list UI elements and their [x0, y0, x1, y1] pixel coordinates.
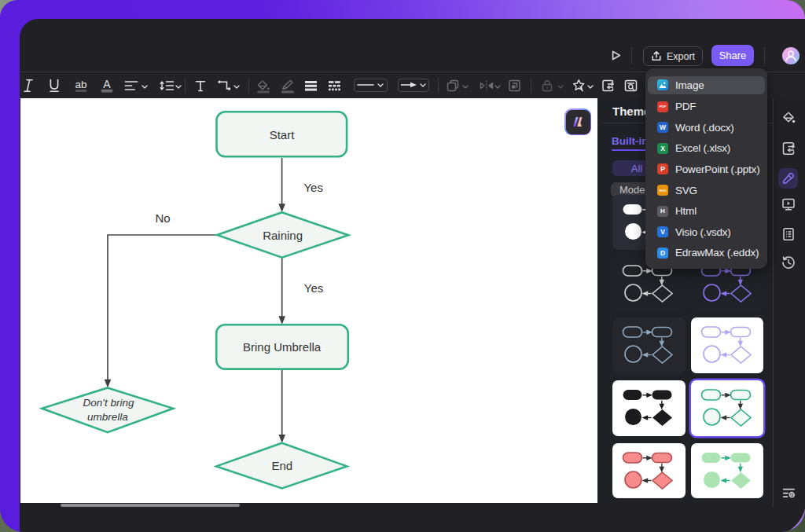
- svg-text:Bring Umbrella: Bring Umbrella: [243, 340, 322, 354]
- svg-text:Start: Start: [270, 128, 296, 141]
- svg-text:Raining: Raining: [263, 229, 303, 242]
- svg-text:ab: ab: [75, 79, 86, 90]
- svg-text:Yes: Yes: [304, 281, 323, 295]
- svg-text:Don't bring: Don't bring: [83, 397, 134, 409]
- svg-text:No: No: [155, 211, 170, 225]
- svg-text:umbrella: umbrella: [87, 411, 128, 423]
- svg-text:A: A: [103, 79, 111, 90]
- svg-text:Yes: Yes: [303, 181, 322, 194]
- svg-text:End: End: [271, 459, 292, 472]
